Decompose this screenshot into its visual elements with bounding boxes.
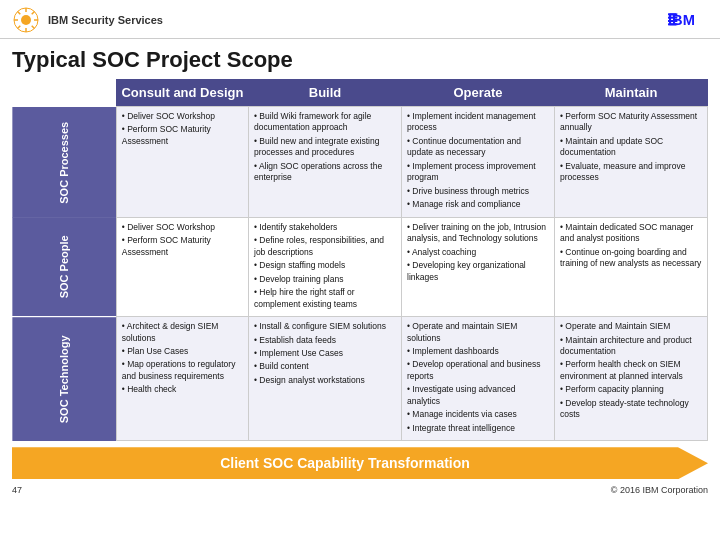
list-item: Implement process improvement program — [407, 161, 549, 184]
row-label-soc-processes: SOC Processes — [12, 107, 116, 218]
cell-r0-c0: Deliver SOC WorkshopPerform SOC Maturity… — [116, 107, 248, 218]
list-item: Maintain architecture and product docume… — [560, 335, 702, 358]
list-item: Deliver training on the job, Intrusion a… — [407, 222, 549, 245]
list-item: Align SOC operations across the enterpri… — [254, 161, 396, 184]
list-item: Investigate using advanced analytics — [407, 384, 549, 407]
list-item: Plan Use Cases — [122, 346, 243, 357]
list-item: Evaluate, measure and improve processes — [560, 161, 702, 184]
list-item: Manage risk and compliance — [407, 199, 549, 210]
ibm-sunburst-icon — [12, 6, 40, 34]
table-row: SOC TechnologyArchitect & design SIEM so… — [12, 317, 708, 441]
list-item: Build new and integrate existing process… — [254, 136, 396, 159]
cell-r2-c0: Architect & design SIEM solutionsPlan Us… — [116, 317, 248, 441]
svg-line-5 — [18, 12, 21, 15]
cell-r2-c2: Operate and maintain SIEM solutionsImple… — [402, 317, 555, 441]
main-content: Consult and Design Build Operate Maintai… — [0, 79, 720, 441]
list-item: Integrate threat intelligence — [407, 423, 549, 434]
svg-text:IBM: IBM — [668, 12, 695, 28]
brand-name: IBM Security Services — [48, 14, 163, 26]
copyright: © 2016 IBM Corporation — [611, 485, 708, 495]
cell-r1-c2: Deliver training on the job, Intrusion a… — [402, 217, 555, 316]
scope-table: Consult and Design Build Operate Maintai… — [12, 79, 708, 441]
list-item: Design analyst workstations — [254, 375, 396, 386]
bottom-banner-wrapper: Client SOC Capability Transformation — [0, 441, 720, 479]
list-item: Build Wiki framework for agile documenta… — [254, 111, 396, 134]
list-item: Perform SOC Maturity Assessment annually — [560, 111, 702, 134]
svg-line-6 — [32, 26, 35, 29]
cell-r0-c1: Build Wiki framework for agile documenta… — [249, 107, 402, 218]
table-row: SOC PeopleDeliver SOC WorkshopPerform SO… — [12, 217, 708, 316]
svg-point-9 — [21, 15, 31, 25]
cell-r2-c3: Operate and Maintain SIEMMaintain archit… — [555, 317, 708, 441]
capability-banner: Client SOC Capability Transformation — [12, 447, 708, 479]
list-item: Deliver SOC Workshop — [122, 222, 243, 233]
col-header-build: Build — [249, 79, 402, 107]
list-item: Perform SOC Maturity Assessment — [122, 124, 243, 147]
cell-r1-c0: Deliver SOC WorkshopPerform SOC Maturity… — [116, 217, 248, 316]
list-item: Analyst coaching — [407, 247, 549, 258]
col-header-operate: Operate — [402, 79, 555, 107]
cell-r0-c2: Implement incident management processCon… — [402, 107, 555, 218]
cell-r2-c1: Install & configure SIEM solutionsEstabl… — [249, 317, 402, 441]
list-item: Developing key organizational linkages — [407, 260, 549, 283]
table-row: SOC ProcessesDeliver SOC WorkshopPerform… — [12, 107, 708, 218]
list-item: Build content — [254, 361, 396, 372]
list-item: Continue documentation and update as nec… — [407, 136, 549, 159]
list-item: Architect & design SIEM solutions — [122, 321, 243, 344]
list-item: Develop operational and business reports — [407, 359, 549, 382]
svg-line-7 — [32, 12, 35, 15]
page-footer: 47 © 2016 IBM Corporation — [0, 481, 720, 499]
list-item: Establish data feeds — [254, 335, 396, 346]
list-item: Design staffing models — [254, 260, 396, 271]
list-item: Help hire the right staff or complement … — [254, 287, 396, 310]
row-label-soc-people: SOC People — [12, 217, 116, 316]
list-item: Health check — [122, 384, 243, 395]
cell-r1-c1: Identify stakeholdersDefine roles, respo… — [249, 217, 402, 316]
cell-r0-c3: Perform SOC Maturity Assessment annually… — [555, 107, 708, 218]
list-item: Manage incidents via cases — [407, 409, 549, 420]
list-item: Maintain and update SOC documentation — [560, 136, 702, 159]
list-item: Deliver SOC Workshop — [122, 111, 243, 122]
col-header-consult: Consult and Design — [116, 79, 248, 107]
list-item: Maintain dedicated SOC manager and analy… — [560, 222, 702, 245]
col-header-maintain: Maintain — [555, 79, 708, 107]
list-item: Perform health check on SIEM environment… — [560, 359, 702, 382]
list-item: Operate and maintain SIEM solutions — [407, 321, 549, 344]
list-item: Perform capacity planning — [560, 384, 702, 395]
list-item: Implement incident management process — [407, 111, 549, 134]
page-number: 47 — [12, 485, 22, 495]
svg-line-8 — [18, 26, 21, 29]
list-item: Define roles, responsibilities, and job … — [254, 235, 396, 258]
list-item: Install & configure SIEM solutions — [254, 321, 396, 332]
list-item: Operate and Maintain SIEM — [560, 321, 702, 332]
list-item: Perform SOC Maturity Assessment — [122, 235, 243, 258]
list-item: Implement Use Cases — [254, 348, 396, 359]
list-item: Drive business through metrics — [407, 186, 549, 197]
list-item: Identify stakeholders — [254, 222, 396, 233]
row-label-soc-technology: SOC Technology — [12, 317, 116, 441]
list-item: Continue on-going boarding and training … — [560, 247, 702, 270]
header-brand-area: IBM Security Services — [12, 6, 163, 34]
page-header: IBM Security Services IBM — [0, 0, 720, 39]
list-item: Map operations to regulatory and busines… — [122, 359, 243, 382]
list-item: Implement dashboards — [407, 346, 549, 357]
page-title: Typical SOC Project Scope — [0, 39, 720, 79]
list-item: Develop training plans — [254, 274, 396, 285]
cell-r1-c3: Maintain dedicated SOC manager and analy… — [555, 217, 708, 316]
ibm-logo-icon: IBM — [668, 11, 708, 29]
list-item: Develop steady-state technology costs — [560, 398, 702, 421]
